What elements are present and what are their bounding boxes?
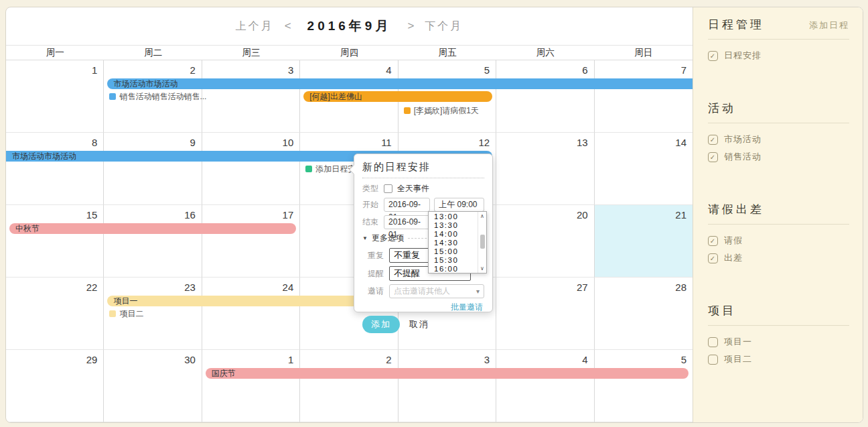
- calendar-day-cell[interactable]: 15: [6, 205, 104, 278]
- filter-item[interactable]: ✓日程安排: [708, 49, 849, 62]
- calendar-day-cell[interactable]: 8: [6, 133, 104, 205]
- filter-item-label: 请假: [724, 235, 743, 247]
- add-schedule-link[interactable]: 添加日程: [809, 19, 849, 32]
- time-option[interactable]: 14:30: [434, 239, 478, 247]
- calendar-day-cell[interactable]: 9: [104, 133, 202, 205]
- calendar-day-cell[interactable]: 1: [202, 350, 300, 422]
- filter-item[interactable]: 项目二: [708, 353, 849, 366]
- calendar-day-cell[interactable]: 10: [202, 133, 300, 205]
- invite-caret-icon: ▾: [476, 285, 480, 298]
- scroll-down-icon[interactable]: ∨: [480, 265, 484, 271]
- event-bar[interactable]: 国庆节: [206, 368, 689, 379]
- time-option[interactable]: 14:00: [434, 230, 478, 239]
- event-chip-label: 销售活动销售活动销售...: [119, 91, 206, 103]
- day-number: 7: [681, 64, 686, 76]
- time-option[interactable]: 15:30: [434, 256, 478, 265]
- all-day-checkbox[interactable]: [384, 184, 392, 193]
- filter-item-label: 日程安排: [724, 50, 762, 62]
- prev-month-button[interactable]: 上个月: [236, 19, 274, 34]
- sidebar-section-heading: 项目: [708, 303, 736, 318]
- event-bar[interactable]: 中秋节: [9, 223, 296, 234]
- time-dropdown-scrollbar[interactable]: ∧ ∨: [478, 212, 486, 273]
- day-number: 30: [184, 354, 196, 365]
- calendar-day-cell[interactable]: 6: [496, 60, 594, 133]
- time-option[interactable]: 13:00: [434, 212, 478, 221]
- event-bar[interactable]: 市场活动市场活动: [107, 78, 693, 89]
- calendar-day-cell[interactable]: 22: [6, 278, 104, 350]
- time-option[interactable]: 13:30: [434, 221, 478, 230]
- event-chip[interactable]: [李嫣欣]请病假1天: [404, 106, 479, 115]
- event-chip-label: 项目二: [119, 308, 143, 320]
- start-time-input[interactable]: 上午 09:00: [434, 198, 484, 212]
- calendar-day-cell[interactable]: 3: [202, 60, 300, 133]
- start-date-input[interactable]: 2016-09-01: [384, 198, 430, 212]
- calendar-header: 上个月 < 2016年9月 > 下个月: [6, 7, 693, 46]
- day-number: 27: [577, 282, 588, 293]
- event-chip[interactable]: 项目二: [109, 309, 143, 318]
- end-date-input[interactable]: 2016-09-01: [384, 215, 432, 229]
- calendar-day-cell[interactable]: 4: [496, 350, 594, 422]
- checkbox-checked-icon[interactable]: ✓: [708, 253, 718, 263]
- calendar-day-cell[interactable]: 17: [202, 205, 300, 278]
- event-chip[interactable]: 销售活动销售活动销售...: [109, 92, 206, 101]
- calendar-day-cell[interactable]: 13: [496, 133, 594, 205]
- batch-invite-link[interactable]: 批量邀请: [362, 302, 483, 313]
- add-button[interactable]: 添加: [362, 316, 400, 333]
- checkbox-checked-icon[interactable]: ✓: [708, 236, 718, 246]
- checkbox-unchecked-icon[interactable]: [708, 355, 718, 365]
- day-number: 15: [86, 209, 98, 221]
- calendar-day-cell[interactable]: 29: [6, 350, 104, 422]
- day-number: 5: [484, 64, 490, 76]
- time-option[interactable]: 16:00: [434, 265, 478, 273]
- calendar-day-cell[interactable]: 28: [595, 278, 693, 350]
- day-number: 21: [675, 209, 686, 221]
- filter-item-label: 销售活动: [724, 151, 762, 163]
- sidebar-section: 日程管理添加日程✓日程安排: [708, 17, 849, 62]
- calendar-day-cell[interactable]: 3: [399, 350, 496, 422]
- scroll-thumb[interactable]: [480, 235, 485, 249]
- filter-item[interactable]: 项目一: [708, 335, 849, 349]
- calendar-day-cell[interactable]: 21: [595, 205, 693, 278]
- calendar-day-cell[interactable]: 5: [595, 350, 693, 422]
- calendar-day-cell[interactable]: 1: [6, 60, 104, 133]
- popup-buttons: 添加 取消: [362, 316, 484, 333]
- calendar-day-cell[interactable]: 27: [496, 278, 594, 350]
- day-number: 9: [190, 137, 196, 148]
- filter-item[interactable]: ✓市场活动: [708, 133, 849, 146]
- calendar-day-cell[interactable]: 24: [202, 278, 300, 350]
- next-month-button[interactable]: 下个月: [425, 19, 463, 34]
- filter-item[interactable]: ✓出差: [708, 251, 849, 265]
- checkbox-checked-icon[interactable]: ✓: [708, 152, 718, 162]
- invite-placeholder: 点击邀请其他人: [394, 285, 450, 298]
- checkbox-checked-icon[interactable]: ✓: [708, 51, 718, 61]
- day-number: 5: [681, 354, 686, 365]
- invite-input[interactable]: 点击邀请其他人 ▾: [389, 284, 484, 298]
- more-options-label: 更多选项: [372, 233, 404, 244]
- sidebar-section-header: 请假出差: [708, 202, 849, 225]
- calendar-day-cell[interactable]: 20: [496, 205, 594, 278]
- prev-month-arrow-icon[interactable]: <: [285, 19, 291, 33]
- filter-item[interactable]: ✓销售活动: [708, 150, 849, 164]
- day-number: 20: [577, 209, 588, 221]
- event-bar[interactable]: [何越]出差佛山: [303, 91, 492, 102]
- day-number: 6: [582, 64, 587, 76]
- end-label: 结束: [362, 217, 384, 228]
- filter-item-label: 出差: [724, 252, 743, 264]
- calendar-day-cell[interactable]: 30: [104, 350, 202, 422]
- type-label: 类型: [362, 183, 384, 194]
- calendar-day-cell[interactable]: 16: [104, 205, 202, 278]
- calendar-day-cell[interactable]: 14: [595, 133, 693, 205]
- time-option[interactable]: 15:00: [434, 247, 478, 256]
- calendar-day-cell[interactable]: 7: [595, 60, 693, 133]
- filter-item[interactable]: ✓请假: [708, 234, 849, 247]
- day-number: 14: [675, 137, 686, 148]
- checkbox-unchecked-icon[interactable]: [708, 337, 718, 347]
- checkbox-checked-icon[interactable]: ✓: [708, 135, 718, 145]
- calendar-day-cell[interactable]: 2: [300, 350, 398, 422]
- scroll-up-icon[interactable]: ∧: [480, 213, 484, 219]
- weekday-label: 周五: [399, 46, 496, 60]
- day-number: 22: [86, 282, 98, 293]
- filter-item-label: 市场活动: [724, 133, 762, 145]
- next-month-arrow-icon[interactable]: >: [407, 19, 414, 33]
- cancel-button[interactable]: 取消: [409, 318, 429, 330]
